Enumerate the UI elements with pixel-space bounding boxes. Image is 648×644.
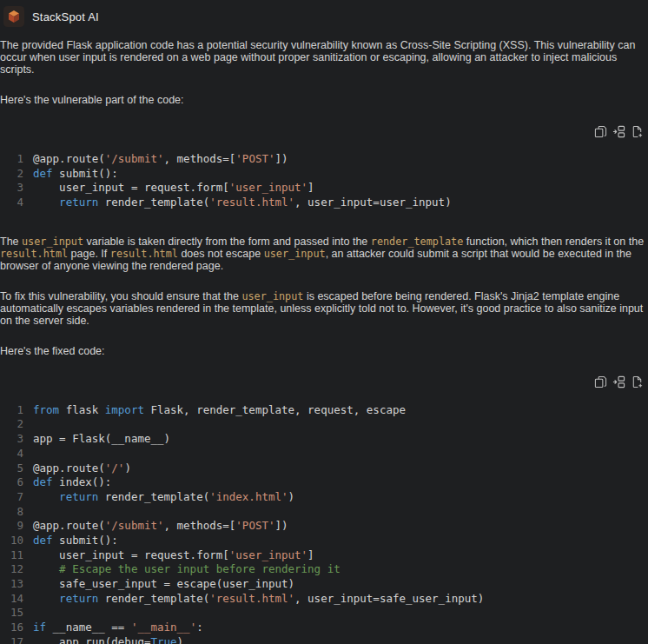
response-paragraph: Here's the fixed code: (0, 345, 648, 357)
code-token: 'result.html' (209, 592, 294, 605)
code-toolbar (0, 375, 648, 389)
code-line: 5@app.route('/') (0, 461, 648, 476)
code-token: flask (59, 403, 105, 416)
code-token: 'user_input' (229, 548, 307, 561)
code-line: 3app = Flask(__name__) (0, 432, 648, 447)
code-line: 6def index(): (0, 475, 648, 490)
inline-code: result.html (0, 248, 68, 260)
code-token: safe_user_input = escape(user_input) (33, 577, 294, 590)
code-line: 10def submit(): (0, 534, 648, 548)
code-line: 13 safe_user_input = escape(user_input) (0, 577, 648, 592)
copy-icon (594, 375, 607, 388)
line-number: 16 (0, 621, 23, 635)
insert-code-button[interactable] (612, 375, 625, 389)
response-paragraph: To fix this vulnerability, you should en… (0, 290, 648, 327)
copy-code-button[interactable] (593, 124, 607, 138)
code-token: render_template( (98, 490, 209, 503)
new-file-icon (631, 125, 644, 138)
code-token: '/submit' (105, 519, 164, 532)
code-line: 7 return render_template('index.html') (0, 490, 648, 505)
new-file-button[interactable] (630, 375, 644, 389)
code-token: ) (177, 635, 184, 644)
line-number: 3 (0, 432, 23, 447)
code-token: user_input = request.form[ (33, 548, 229, 561)
code-token: 'result.html' (209, 196, 294, 209)
code-token: app.run(debug= (33, 635, 150, 644)
line-number: 6 (0, 475, 23, 490)
code-line: 1from flask import Flask, render_templat… (0, 403, 648, 418)
code-token: @app.route( (33, 461, 105, 475)
line-number: 4 (0, 196, 23, 210)
inline-code: user_input (241, 290, 303, 302)
code-token: def (33, 475, 53, 488)
code-token: user_input = request.form[ (33, 181, 229, 194)
chat-response: The provided Flask application code has … (0, 29, 648, 644)
code-token: : (196, 621, 203, 634)
app-title: StackSpot AI (32, 10, 99, 23)
code-line: 2def submit(): (0, 167, 648, 182)
insert-into-editor-icon (612, 125, 625, 138)
code-line: 4 return render_template('result.html', … (0, 196, 648, 210)
insert-into-editor-icon (612, 375, 625, 388)
code-line: 2 (0, 417, 648, 432)
code-token: 'index.html' (209, 490, 288, 503)
code-token: index(): (53, 475, 112, 488)
code-token: , user_input=user_input) (294, 196, 452, 209)
new-file-icon (631, 375, 644, 388)
insert-code-button[interactable] (612, 124, 625, 138)
new-file-button[interactable] (630, 124, 644, 138)
line-number: 13 (0, 577, 23, 592)
code-token: return (59, 592, 98, 605)
line-number: 15 (0, 606, 23, 621)
code-token: @app.route( (33, 152, 105, 165)
code-token: '/' (105, 461, 125, 475)
code-token: 'POST' (235, 152, 274, 165)
code-token: ) (288, 490, 295, 503)
response-paragraph: Here's the vulnerable part of the code: (0, 94, 648, 106)
code-line: 9@app.route('/submit', methods=['POST']) (0, 519, 648, 534)
code-token: def (33, 167, 53, 180)
code-token (33, 196, 59, 209)
line-number: 4 (0, 447, 23, 461)
code-line: 15 (0, 606, 648, 621)
code-line: 14 return render_template('result.html',… (0, 592, 648, 607)
code-token: if (33, 621, 46, 634)
code-token: render_template( (98, 196, 209, 209)
code-token: '__main__' (131, 621, 196, 634)
code-token (33, 562, 59, 575)
code-line: 11 user_input = request.form['user_input… (0, 548, 648, 563)
code-token: Flask, render_template, request, escape (144, 403, 406, 416)
code-token (33, 490, 59, 503)
app-header: StackSpot AI (0, 0, 648, 29)
code-token: app = Flask(__name__) (33, 432, 170, 445)
code-line: 12 # Escape the user input before render… (0, 562, 648, 577)
code-toolbar (0, 124, 648, 138)
code-token: return (59, 490, 98, 503)
code-token: ] (307, 181, 314, 194)
line-number: 17 (0, 635, 23, 644)
line-number: 3 (0, 181, 23, 196)
inline-code: result.html (110, 248, 178, 260)
copy-code-button[interactable] (593, 375, 607, 389)
code-token: submit(): (53, 534, 118, 547)
code-line: 1@app.route('/submit', methods=['POST']) (0, 152, 648, 167)
code-token: import (105, 403, 144, 416)
stackspot-logo-icon (3, 6, 24, 27)
code-listing: 1from flask import Flask, render_templat… (0, 403, 648, 644)
code-token: from (33, 403, 59, 416)
code-line: 8 (0, 505, 648, 520)
code-token: 'user_input' (229, 181, 307, 194)
code-token: True (150, 635, 176, 644)
inline-code: user_input (264, 248, 326, 260)
line-number: 10 (0, 534, 23, 548)
code-token: , methods=[ (164, 519, 236, 532)
line-number: 1 (0, 403, 23, 418)
code-listing: 1@app.route('/submit', methods=['POST'])… (0, 152, 648, 210)
inline-code: user_input (22, 236, 83, 248)
line-number: 5 (0, 461, 23, 476)
code-token (33, 592, 59, 605)
line-number: 14 (0, 592, 23, 607)
code-line: 4 (0, 447, 648, 461)
code-token: ]) (274, 152, 288, 165)
code-token: render_template( (98, 592, 209, 605)
